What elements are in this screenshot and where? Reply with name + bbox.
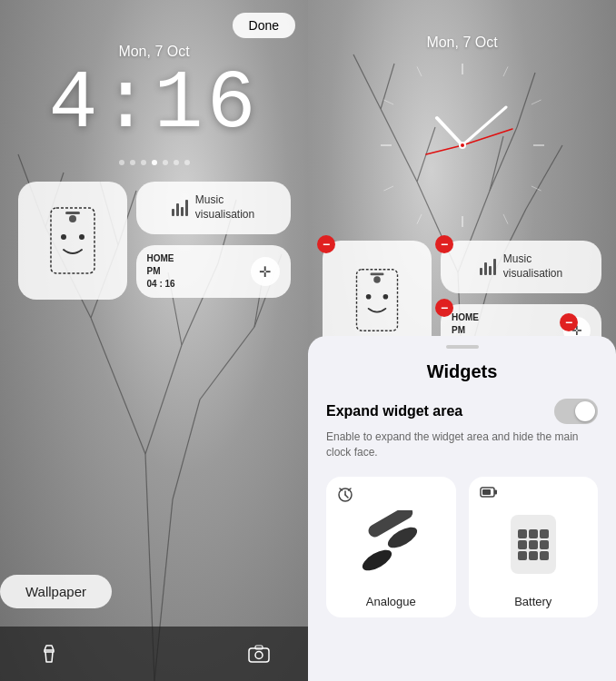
battery-dot-8 [529,551,538,560]
alarm-icon [337,486,353,506]
remove-music-badge[interactable]: − [435,235,453,253]
svg-line-43 [531,100,541,104]
svg-rect-58 [373,276,381,283]
svg-line-42 [503,66,508,76]
svg-rect-70 [494,489,497,494]
wallpaper-button[interactable]: Wallpaper [0,575,112,608]
battery-dot-1 [518,529,527,538]
svg-rect-22 [249,648,269,662]
sheet-title: Widgets [326,361,598,382]
expand-toggle[interactable] [554,399,598,424]
phone-icon-left [44,204,102,277]
svg-line-50 [462,107,506,145]
flashlight-icon[interactable] [36,641,62,666]
music-label-left: Musicvisualisation [195,193,254,222]
music-widget-left[interactable]: Musicvisualisation [136,182,291,234]
svg-line-51 [437,118,462,145]
analogue-card-label: Analogue [326,587,456,617]
svg-line-63 [345,495,348,498]
remove-phone-badge[interactable]: − [317,235,335,253]
analogue-card-body [326,506,456,587]
svg-line-46 [417,214,422,224]
toggle-knob [575,401,595,421]
page-dots [119,160,190,165]
dot-5 [163,160,168,165]
svg-line-45 [503,214,508,224]
battery-preview [511,515,556,574]
remove-home-badge[interactable]: − [435,299,453,317]
battery-dot-4 [518,540,527,549]
battery-widget-grid [518,529,549,560]
expand-desc: Enable to expand the widget area and hid… [326,429,598,460]
camera-icon[interactable] [246,641,272,666]
svg-point-66 [360,546,395,575]
dot-6 [174,160,179,165]
battery-dot-3 [540,529,549,538]
svg-line-49 [417,66,422,76]
phone-icon-right [350,266,404,334]
svg-rect-71 [482,489,491,495]
svg-rect-18 [65,212,80,214]
music-label-right: Musicvisualisation [503,252,562,281]
phone-widget-left[interactable] [18,182,127,300]
svg-rect-57 [371,272,384,275]
battery-icon [480,486,498,502]
music-widget-right[interactable]: − Musicvisualisation [441,241,601,293]
expand-widget-row: Expand widget area [326,399,598,424]
svg-line-48 [383,100,393,104]
widgets-bottom-sheet: Widgets Expand widget area Enable to exp… [308,336,616,681]
expand-label: Expand widget area [326,403,462,419]
battery-card-header [469,477,599,502]
widget-card-grid: Analogue [326,477,598,617]
music-bars-right [480,259,496,275]
dot-7 [184,160,190,165]
left-big-time: 4:16 [48,64,259,145]
battery-dot-6 [540,540,549,549]
battery-widget-card[interactable]: Battery [469,477,599,617]
dot-3 [141,160,146,165]
battery-card-label: Battery [469,587,599,617]
left-panel: Done Mon, 7 Oct 4:16 [0,0,308,681]
battery-dot-5 [529,540,538,549]
battery-card-body [469,502,599,587]
svg-point-20 [61,234,66,240]
dot-1 [119,160,124,165]
svg-point-59 [366,293,372,299]
svg-rect-24 [255,646,263,649]
analogue-widget-card[interactable]: Analogue [326,477,456,617]
svg-rect-19 [69,215,76,222]
svg-point-60 [383,293,389,299]
dot-4-active [152,160,157,165]
svg-line-53 [426,145,462,154]
music-bars-left [172,200,188,216]
svg-line-47 [383,186,393,191]
battery-dot-7 [518,551,527,560]
sheet-handle[interactable] [446,345,479,349]
dot-2 [130,160,135,165]
right-date: Mon, 7 Oct [426,35,497,51]
svg-point-23 [255,652,263,659]
bottom-bar-left [0,627,308,681]
analog-clock [372,54,553,236]
home-time-left: HOME PM 04 : 16 [147,252,175,291]
left-widgets-area: Musicvisualisation HOME PM 04 : 16 ✛ [18,182,291,300]
svg-line-44 [531,186,541,191]
svg-point-21 [79,234,84,240]
done-button[interactable]: Done [233,13,295,38]
right-panel: Mon, 7 Oct [308,0,616,681]
analogue-card-header [326,477,456,506]
home-widget-left[interactable]: HOME PM 04 : 16 ✛ [136,245,291,298]
battery-dot-9 [540,551,549,560]
svg-point-55 [461,143,464,147]
battery-dot-2 [529,529,538,538]
remove-cross-badge[interactable]: − [560,313,578,331]
cross-icon-left[interactable]: ✛ [251,257,280,286]
